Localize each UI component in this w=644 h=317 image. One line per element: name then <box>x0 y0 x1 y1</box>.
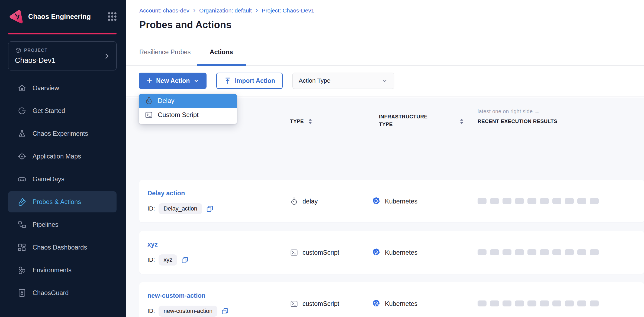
brand-row: Chaos Engineering <box>0 0 126 33</box>
target-icon <box>17 152 27 161</box>
sidebar-item-probes-actions[interactable]: Probes & Actions <box>0 190 126 213</box>
execution-result-placeholder <box>503 198 511 204</box>
menu-item-custom-script[interactable]: Custom Script <box>139 108 237 122</box>
sort-icon[interactable] <box>460 118 464 124</box>
action-id: ID: Delay_action <box>147 203 214 214</box>
import-action-button[interactable]: Import Action <box>216 73 283 89</box>
execution-result-placeholder <box>590 249 599 255</box>
execution-result-placeholder <box>540 249 549 255</box>
sidebar-item-chaos-dashboards[interactable]: Chaos Dashboards <box>0 236 126 259</box>
toolbar: New Action Import Action Action Type <box>126 66 644 96</box>
get-started-icon <box>17 106 27 115</box>
column-header-results: latest one on right side → RECENT EXECUT… <box>478 108 557 124</box>
tab-resilience-probes[interactable]: Resilience Probes <box>139 39 191 65</box>
sidebar-item-overview[interactable]: Overview <box>0 77 126 99</box>
recent-execution-results <box>478 249 599 255</box>
sidebar-nav: Overview Get Started Chaos Experiments A… <box>0 77 126 304</box>
action-type-cell: delay <box>290 196 318 206</box>
project-label: PROJECT <box>24 48 48 53</box>
sidebar-item-environments[interactable]: Environments <box>0 259 126 282</box>
execution-result-placeholder <box>515 249 524 255</box>
breadcrumb-separator: › <box>256 7 258 15</box>
table-row[interactable]: Delay action ID: Delay_action delay <box>139 180 644 222</box>
breadcrumb-organization[interactable]: Organization: default <box>199 7 252 14</box>
action-id-value: Delay_action <box>159 203 202 214</box>
execution-result-placeholder <box>577 198 586 204</box>
execution-result-placeholder <box>552 198 561 204</box>
plus-icon <box>146 77 153 84</box>
sidebar-item-chaosguard[interactable]: ChaosGuard <box>0 282 126 304</box>
action-name-link[interactable]: xyz <box>147 241 158 248</box>
infrastructure-cell: Kubernetes <box>372 196 417 207</box>
sidebar-item-pipelines[interactable]: Pipelines <box>0 213 126 236</box>
project-selector[interactable]: PROJECT Chaos-Dev1 <box>8 41 117 70</box>
execution-result-placeholder <box>552 300 561 306</box>
copy-icon[interactable] <box>221 308 229 315</box>
page-title: Probes and Actions <box>139 19 644 31</box>
breadcrumb-account[interactable]: Account: chaos-dev <box>139 7 189 14</box>
infrastructure-cell: Kubernetes <box>372 298 417 309</box>
action-type-value: Action Type <box>299 77 330 84</box>
cube-icon <box>15 47 21 54</box>
action-id-value: xyz <box>159 254 177 266</box>
pipeline-icon <box>17 220 27 229</box>
action-type-cell: customScript <box>290 247 339 258</box>
brand-title: Chaos Engineering <box>28 13 107 21</box>
chevron-down-icon <box>381 77 388 84</box>
execution-result-placeholder <box>527 300 536 306</box>
kubernetes-icon <box>372 299 381 308</box>
gamepad-icon <box>17 174 27 184</box>
sort-icon[interactable] <box>308 118 312 124</box>
action-name-link[interactable]: Delay action <box>147 190 185 197</box>
execution-result-placeholder <box>490 198 499 204</box>
sidebar-item-label: Environments <box>33 267 72 274</box>
execution-result-placeholder <box>565 300 574 306</box>
recent-execution-results <box>478 300 599 306</box>
breadcrumb-project[interactable]: Project: Chaos-Dev1 <box>262 7 314 14</box>
execution-result-placeholder <box>515 198 524 204</box>
tab-bar: Resilience Probes Actions <box>126 39 644 66</box>
table-row[interactable]: xyz ID: xyz customScript <box>139 231 644 274</box>
execution-result-placeholder <box>503 300 511 306</box>
column-header-infrastructure[interactable]: INFRASTRUCTURE TYPE <box>379 113 441 128</box>
sidebar-item-label: ChaosGuard <box>33 289 69 297</box>
sidebar-item-label: Chaos Dashboards <box>33 244 87 251</box>
sidebar-item-label: Application Maps <box>33 153 81 160</box>
sidebar: Chaos Engineering PROJECT Chaos-Dev1 Ove… <box>0 0 126 317</box>
execution-result-placeholder <box>590 300 599 306</box>
table-row[interactable]: new-custom-action ID: new-custom-action … <box>139 282 644 317</box>
app-grid-icon[interactable] <box>107 11 118 22</box>
menu-item-delay[interactable]: Delay <box>139 94 237 108</box>
action-type-select[interactable]: Action Type <box>292 73 394 89</box>
sidebar-item-label: GameDays <box>33 176 65 183</box>
sidebar-item-gamedays[interactable]: GameDays <box>0 168 126 190</box>
action-name-link[interactable]: new-custom-action <box>147 292 205 299</box>
terminal-icon <box>145 111 153 119</box>
terminal-icon <box>290 300 298 308</box>
execution-result-placeholder <box>515 300 524 306</box>
dashboard-icon <box>17 243 27 252</box>
sidebar-item-get-started[interactable]: Get Started <box>0 99 126 122</box>
execution-result-placeholder <box>478 300 487 306</box>
execution-result-placeholder <box>478 198 487 204</box>
flask-icon <box>17 129 27 138</box>
copy-icon[interactable] <box>206 205 214 213</box>
column-header-type[interactable]: TYPE <box>290 118 312 124</box>
action-id: ID: new-custom-action <box>147 306 229 317</box>
tab-actions[interactable]: Actions <box>210 39 233 65</box>
sidebar-item-chaos-experiments[interactable]: Chaos Experiments <box>0 122 126 145</box>
kubernetes-icon <box>372 248 381 257</box>
breadcrumb: Account: chaos-dev › Organization: defau… <box>139 7 644 15</box>
page-header: Account: chaos-dev › Organization: defau… <box>126 0 644 39</box>
kubernetes-icon <box>372 197 381 206</box>
sidebar-item-application-maps[interactable]: Application Maps <box>0 145 126 168</box>
sidebar-item-label: Probes & Actions <box>33 198 81 206</box>
execution-result-placeholder <box>490 249 499 255</box>
sidebar-item-label: Overview <box>33 85 59 92</box>
copy-icon[interactable] <box>181 256 189 264</box>
execution-result-placeholder <box>552 249 561 255</box>
new-action-button[interactable]: New Action <box>139 73 207 89</box>
project-name: Chaos-Dev1 <box>15 56 110 65</box>
sidebar-item-label: Get Started <box>33 107 65 115</box>
terminal-icon <box>290 248 298 257</box>
